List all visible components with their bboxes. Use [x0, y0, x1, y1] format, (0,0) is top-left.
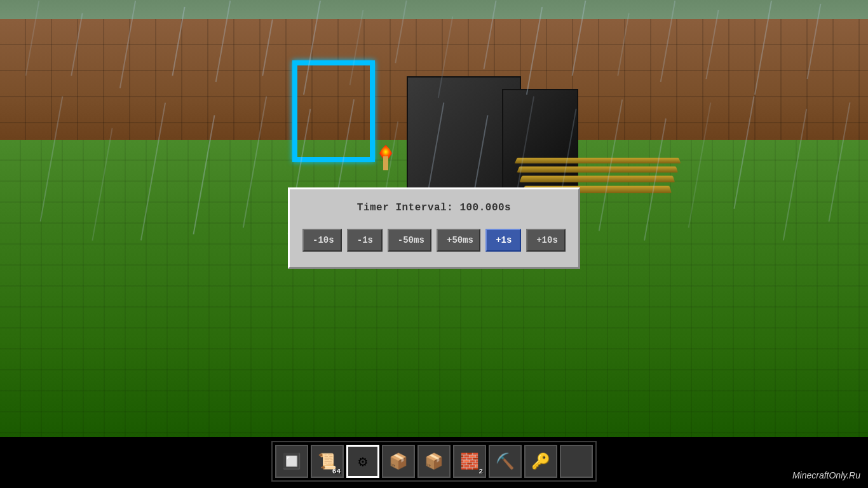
timer-btn-minus50ms[interactable]: -50ms: [388, 229, 431, 252]
slot-icon-6: 🧱: [460, 452, 479, 471]
timer-dialog: Timer Interval: 100.000s -10s-1s-50ms+50…: [288, 187, 580, 269]
slot-icon-4: 📦: [389, 452, 408, 471]
timer-btn-minus1s[interactable]: -1s: [347, 229, 383, 252]
hotbar-slot-1[interactable]: 🔲: [275, 445, 308, 478]
hotbar-slot-4[interactable]: 📦: [382, 445, 415, 478]
watermark: MinecraftOnly.Ru: [792, 470, 860, 480]
timer-btn-minus10s[interactable]: -10s: [302, 229, 342, 252]
hotbar-slot-2[interactable]: 📜64: [311, 445, 344, 478]
torch: [378, 145, 393, 170]
timer-btn-plus50ms[interactable]: +50ms: [437, 229, 480, 252]
timer-btn-plus10s[interactable]: +10s: [526, 229, 566, 252]
slot-count-2: 64: [332, 468, 341, 475]
slot-icon-3: ⚙️: [358, 452, 367, 471]
slot-count-6: 2: [478, 468, 483, 475]
hotbar-slot-3[interactable]: ⚙️: [346, 445, 379, 478]
timer-buttons: -10s-1s-50ms+50ms+1s+10s: [302, 229, 566, 252]
slot-icon-5: 📦: [424, 452, 444, 471]
game-world: Timer Interval: 100.000s -10s-1s-50ms+50…: [0, 0, 868, 488]
torch-base: [383, 156, 388, 170]
hotbar-slot-5[interactable]: 📦: [417, 445, 451, 478]
hotbar-slot-8[interactable]: 🔑: [524, 445, 557, 478]
hotbar: 🔲📜64⚙️📦📦🧱2⛏️🔑: [271, 441, 597, 482]
hotbar-slot-7[interactable]: ⛏️: [489, 445, 522, 478]
slot-icon-8: 🔑: [531, 452, 550, 471]
hotbar-slot-9[interactable]: [560, 445, 593, 478]
slot-icon-7: ⛏️: [496, 452, 515, 471]
hotbar-slot-6[interactable]: 🧱2: [453, 445, 486, 478]
timer-title: Timer Interval: 100.000s: [302, 202, 566, 214]
timer-btn-plus1s[interactable]: +1s: [485, 229, 521, 252]
slot-icon-1: 🔲: [282, 452, 301, 471]
